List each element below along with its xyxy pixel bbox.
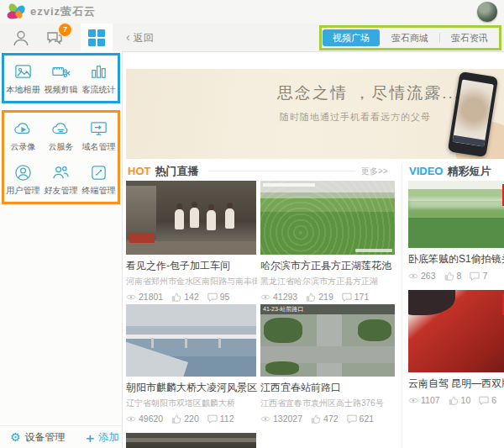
ezviz-logo-icon: [8, 3, 25, 20]
views-count: 41293: [273, 292, 297, 302]
video-card[interactable]: 卧底笨贼的S1偷拍镜头发现 263 8 7: [408, 181, 504, 281]
views-count: 21801: [139, 292, 163, 302]
likes-icon: [444, 271, 454, 281]
live-thumbnail[interactable]: [260, 181, 395, 255]
user-profile-icon[interactable]: [12, 29, 30, 47]
views-count: 132027: [273, 414, 302, 424]
comments-count: 6: [491, 395, 496, 405]
sidebar-item-local-album[interactable]: 本地相册: [4, 62, 42, 96]
card-stats: 1107 10 6: [408, 395, 504, 405]
views-count: 49620: [139, 414, 163, 424]
card-title[interactable]: 江西宜春站前路口: [260, 381, 396, 395]
sidebar-item-cloud-record[interactable]: 云录像: [4, 119, 42, 153]
live-card[interactable]: 朝阳市麒麟大桥大凌河风景区 辽宁省朝阳市双塔区麒麟大桥 49620 220 11…: [126, 304, 257, 424]
sidebar-item-label: 云录像: [4, 141, 42, 153]
views-count: 1107: [421, 395, 440, 405]
card-title[interactable]: 云南自驾 昆明—西双版纳 自驾: [408, 377, 504, 391]
comments-icon: [479, 396, 489, 405]
sidebar-item-domain-management[interactable]: 域名管理: [80, 119, 118, 153]
card-stats: 263 8 7: [408, 271, 504, 281]
sidebar-item-terminal-management[interactable]: 终端管理: [80, 163, 118, 197]
chevron-left-icon: ‹: [126, 30, 130, 44]
add-device-button[interactable]: ＋ 添加: [84, 430, 119, 445]
banner-subtitle: 随时随地通过手机看看远方的父母: [280, 111, 431, 124]
promo-banner[interactable]: 思念之情 ，尽情流露... 随时随地通过手机看看远方的父母: [126, 69, 504, 159]
card-stats: 21801 142 95: [126, 292, 257, 302]
user-circle-icon: [13, 163, 33, 182]
tab-ezviz-news[interactable]: 萤石资讯: [441, 29, 498, 46]
sidebar-item-label: 云服务: [42, 141, 80, 153]
video-thumbnail[interactable]: [408, 290, 504, 372]
views-count: 263: [421, 271, 436, 281]
card-title[interactable]: 卧底笨贼的S1偷拍镜头发现: [408, 252, 504, 266]
annotation-highlight-manage-group: 云录像 云服务 域名管理: [2, 110, 120, 204]
views-icon: [408, 396, 418, 405]
sidebar-item-user-management[interactable]: 用户管理: [4, 163, 42, 197]
likes-count: 220: [184, 414, 199, 424]
card-title[interactable]: 哈尔滨市方正县方正湖莲花池: [260, 259, 396, 273]
comments-icon: [470, 271, 480, 281]
card-location: 黑龙江省哈尔滨市方正县方正湖: [260, 276, 396, 287]
apps-grid-icon: [88, 29, 105, 46]
ezviz-logo: ezviz萤石云: [8, 3, 96, 20]
live-card[interactable]: 41-23-站前路口 江西宜春站前路口 江西省宜春市袁州区高士路376号 132…: [260, 304, 396, 424]
user-avatar[interactable]: [477, 2, 497, 22]
tab-video-plaza[interactable]: 视频广场: [323, 29, 380, 46]
card-title[interactable]: 朝阳市麒麟大桥大凌河风景区: [126, 381, 257, 395]
tab-ezviz-mall[interactable]: 萤石商城: [381, 29, 438, 46]
toolbar: 7 ‹返回 视频广场 萤石商城 萤石资讯: [0, 24, 504, 52]
card-title[interactable]: 看见之作-包子加工车间: [126, 259, 257, 273]
comments-count: 112: [220, 414, 234, 424]
likes-count: 142: [184, 292, 199, 302]
views-icon: [126, 414, 136, 424]
live-card[interactable]: 看见之作-包子加工车间 河南省郑州市金水区南阳路与南丰街... 21801 14…: [126, 181, 257, 302]
more-link[interactable]: 更多>>: [361, 166, 388, 177]
cloud-icon: [51, 119, 71, 139]
views-icon: [408, 271, 418, 281]
likes-icon: [171, 414, 181, 424]
sidebar-item-visitor-stats[interactable]: 客流统计: [80, 62, 118, 96]
live-card[interactable]: 哈尔滨市方正县方正湖莲花池 黑龙江省哈尔滨市方正县方正湖 41293 219 1…: [260, 181, 396, 302]
comments-count: 95: [220, 292, 230, 302]
live-thumbnail[interactable]: 41-23-站前路口: [260, 304, 395, 377]
sidebar-item-label: 用户管理: [4, 185, 42, 197]
monitor-icon: [89, 119, 108, 139]
apps-grid-tab[interactable]: [81, 24, 113, 51]
friends-icon: [51, 163, 71, 182]
live-thumbnail[interactable]: [126, 181, 256, 255]
plus-icon: ＋: [84, 431, 97, 444]
likes-icon: [306, 293, 316, 302]
terminal-edit-icon: [89, 163, 108, 182]
back-label: 返回: [134, 32, 154, 44]
sidebar-item-friend-management[interactable]: 好友管理: [42, 163, 80, 197]
annotation-highlight-media-group: 本地相册 视频剪辑 客流统计: [2, 53, 120, 103]
likes-icon: [311, 414, 321, 424]
sidebar-item-video-clip[interactable]: 视频剪辑: [42, 62, 80, 96]
sidebar-item-label: 视频剪辑: [42, 84, 80, 96]
comments-count: 171: [354, 292, 370, 302]
likes-count: 8: [457, 271, 462, 281]
likes-count: 219: [318, 292, 333, 302]
camera-osd-text: 41-23-站前路口: [260, 304, 395, 314]
section-title-hot: 热门直播: [155, 164, 198, 179]
video-card[interactable]: 云南自驾 昆明—西双版纳 自驾 1107 10 6: [408, 290, 504, 405]
sidebar-item-label: 客流统计: [80, 84, 118, 96]
video-thumbnail[interactable]: [408, 181, 504, 248]
live-thumbnail[interactable]: [126, 433, 256, 448]
views-icon: [260, 293, 270, 302]
section-tag-video: VIDEO: [409, 165, 443, 177]
card-location: 河南省郑州市金水区南阳路与南丰街...: [126, 276, 257, 287]
comments-count: 621: [360, 414, 375, 424]
sidebar-item-label: 域名管理: [80, 141, 118, 153]
add-label: 添加: [99, 430, 119, 445]
gear-icon: ⚙: [10, 431, 21, 443]
back-button[interactable]: ‹返回: [126, 30, 154, 45]
live-thumbnail[interactable]: [126, 304, 256, 377]
device-management-button[interactable]: ⚙ 设备管理: [10, 430, 66, 445]
message-badge: 7: [59, 24, 71, 36]
sidebar-item-label: 好友管理: [42, 185, 80, 197]
sidebar-item-cloud-service[interactable]: 云服务: [42, 119, 80, 153]
card-stats: 49620 220 112: [126, 414, 257, 424]
views-icon: [260, 414, 270, 424]
sidebar-footer: ⚙ 设备管理 ＋ 添加: [0, 425, 122, 448]
